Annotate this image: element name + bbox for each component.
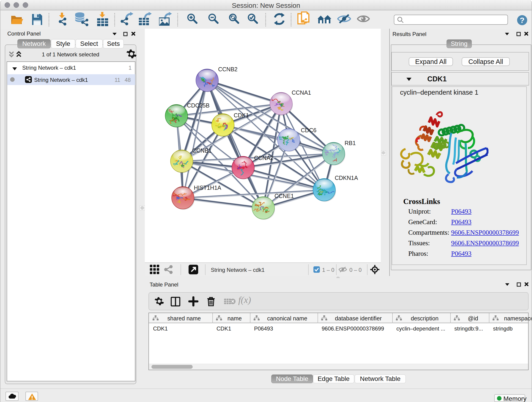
svg-text:CDKN1A: CDKN1A <box>335 175 358 181</box>
svg-text:CCNA2: CCNA2 <box>254 155 273 161</box>
svg-text:HIST1H1A: HIST1H1A <box>194 185 221 191</box>
svg-text:CDK1: CDK1 <box>234 112 249 119</box>
svg-text:RB1: RB1 <box>345 140 356 146</box>
svg-text:CDC6: CDC6 <box>301 127 317 133</box>
svg-text:CCNB1: CCNB1 <box>192 147 212 154</box>
svg-text:CCNA1: CCNA1 <box>292 89 311 96</box>
svg-text:CCNB2: CCNB2 <box>218 66 238 72</box>
svg-text:CCNE1: CCNE1 <box>274 193 294 199</box>
svg-text:CDC25B: CDC25B <box>187 102 210 109</box>
